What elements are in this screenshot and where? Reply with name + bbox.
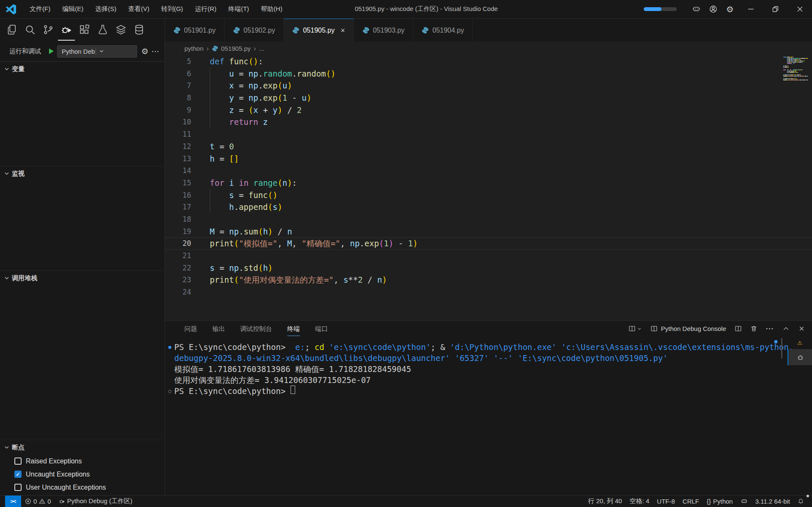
menu-item[interactable]: 帮助(H) [256, 3, 288, 15]
terminal-instance-item[interactable]: Python Debug Console [650, 325, 726, 332]
terminal-scrollbar[interactable] [781, 338, 782, 358]
debug-start-button[interactable] [47, 47, 55, 55]
checkbox-checked[interactable]: ✓ [14, 471, 22, 478]
code-line[interactable]: 19M = np.sum(h) / n [165, 226, 812, 238]
language-mode[interactable]: {} Python [703, 496, 737, 507]
section-header-watch[interactable]: 监视 [0, 166, 165, 181]
line-number: 11 [165, 128, 191, 141]
close-panel-icon[interactable] [798, 325, 805, 332]
code-line[interactable]: 23print("使用对偶变量法的方差=", s**2 / n) [165, 274, 812, 286]
debug-session-indicator[interactable]: Python Debug (工作区) [55, 496, 136, 507]
split-terminal-icon[interactable] [735, 325, 742, 332]
debug-config-dropdown[interactable]: Python Deb [57, 45, 137, 58]
code-editor[interactable]: 5def func():6 u = np.random.random()7 x … [165, 55, 812, 320]
extensions-icon[interactable] [76, 19, 93, 41]
menu-item[interactable]: 查看(V) [123, 3, 154, 15]
minimize-button[interactable] [738, 0, 763, 19]
code-line[interactable]: 17 h.append(s) [165, 201, 812, 213]
code-line[interactable]: 16 s = func() [165, 189, 812, 201]
remote-indicator[interactable]: >< [5, 496, 21, 507]
panel-tab-调试控制台[interactable]: 调试控制台 [240, 322, 272, 336]
settings-gear-icon[interactable]: ⚙ [721, 0, 738, 19]
breadcrumb-more[interactable]: ... [259, 45, 264, 52]
code-line[interactable]: 22s = np.std(h) [165, 262, 812, 274]
menu-item[interactable]: 文件(F) [25, 3, 55, 15]
tab-051902.py[interactable]: 051902.py [225, 19, 284, 41]
encoding[interactable]: UTF-8 [653, 496, 679, 507]
python-interpreter[interactable]: 3.11.2 64-bit [752, 496, 794, 507]
code-line[interactable]: 12t = 0 [165, 141, 812, 153]
checkbox-unchecked[interactable] [14, 457, 22, 465]
code-line[interactable]: 5def func(): [165, 55, 812, 68]
code-line[interactable]: 14 [165, 165, 812, 177]
code-line[interactable]: 6 u = np.random.random() [165, 68, 812, 80]
minimap[interactable] [783, 57, 808, 82]
panel-more-actions-icon[interactable]: ··· [766, 325, 774, 333]
debug-settings-gear-icon[interactable]: ⚙ [141, 47, 148, 56]
code-line[interactable]: 8 y = np.exp(1 - u) [165, 92, 812, 104]
code-line[interactable]: 9 z = (x + y) / 2 [165, 104, 812, 116]
sidebar: 运行和调试 Python Deb ⚙ ··· 变量 [0, 19, 165, 495]
section-header-call-stack[interactable]: 调用堆栈 [0, 271, 165, 285]
breadcrumb-folder[interactable]: python [184, 45, 203, 52]
restore-button[interactable] [763, 0, 787, 19]
panel-header: 问题输出调试控制台终端端口 Python Debug Console ··· [165, 321, 812, 336]
explorer-icon[interactable] [3, 19, 20, 41]
terminal[interactable]: ●PS E:\sync\code\python> e:; cd 'e:\sync… [165, 336, 812, 495]
search-icon[interactable] [22, 19, 38, 41]
indentation[interactable]: 空格: 4 [626, 496, 653, 507]
menu-item[interactable]: 选择(S) [90, 3, 121, 15]
terminal-launch-dropdown[interactable] [628, 325, 642, 332]
copilot-status-icon[interactable] [737, 496, 752, 507]
source-control-icon[interactable] [40, 19, 57, 41]
breakpoint-item[interactable]: User Uncaught Exceptions [0, 481, 165, 494]
more-actions-icon[interactable]: ··· [152, 48, 159, 55]
breakpoint-item[interactable]: ✓Uncaught Exceptions [0, 468, 165, 481]
copilot-icon[interactable] [688, 0, 705, 19]
breakpoint-label: User Uncaught Exceptions [26, 484, 106, 491]
breakpoint-item[interactable]: Raised Exceptions [0, 455, 165, 468]
terminal-warning-icon[interactable]: ⚠ [787, 337, 812, 347]
code-line[interactable]: 7 x = np.exp(u) [165, 80, 812, 92]
panel-tab-问题[interactable]: 问题 [184, 322, 197, 336]
panel-tab-输出[interactable]: 输出 [212, 322, 225, 336]
breadcrumb-file[interactable]: 051905.py [221, 45, 251, 52]
code-line[interactable]: 24 [165, 286, 812, 298]
testing-icon[interactable] [94, 19, 111, 41]
menu-item[interactable]: 运行(R) [190, 3, 222, 15]
close-tab-icon[interactable]: × [340, 27, 345, 34]
menu-item[interactable]: 转到(G) [156, 3, 188, 15]
database-icon[interactable] [131, 19, 148, 41]
checkbox-unchecked[interactable] [14, 484, 22, 491]
code-line[interactable]: 21 [165, 250, 812, 262]
code-line[interactable]: 11 [165, 128, 812, 141]
kill-terminal-trash-icon[interactable] [750, 325, 757, 332]
run-debug-icon[interactable] [58, 19, 75, 41]
warning-count: 0 [47, 498, 51, 505]
tab-051904.py[interactable]: 051904.py [413, 19, 473, 41]
problems-indicator[interactable]: 0 0 [21, 496, 55, 507]
section-header-variables[interactable]: 变量 [0, 62, 165, 76]
menu-item[interactable]: 终端(T) [223, 3, 254, 15]
tab-051903.py[interactable]: 051903.py [354, 19, 414, 41]
cursor-position[interactable]: 行 20, 列 40 [584, 496, 626, 507]
section-header-breakpoints[interactable]: 断点 [0, 440, 165, 455]
active-terminal-tab[interactable] [787, 349, 812, 365]
tab-051901.py[interactable]: 051901.py [165, 19, 225, 41]
code-line[interactable]: 10 return z [165, 116, 812, 128]
layers-icon[interactable] [112, 19, 129, 41]
notifications-bell-icon[interactable] [794, 496, 808, 507]
code-line[interactable]: 18 [165, 213, 812, 226]
maximize-panel-icon[interactable] [782, 325, 790, 332]
account-icon[interactable] [705, 0, 721, 19]
close-window-button[interactable] [787, 0, 812, 19]
panel-tab-端口[interactable]: 端口 [315, 322, 328, 336]
menu-item[interactable]: 编辑(E) [57, 3, 88, 15]
panel-tab-终端[interactable]: 终端 [287, 322, 300, 336]
code-text: u = np.random.random() [191, 68, 812, 80]
code-line[interactable]: 13h = [] [165, 153, 812, 165]
code-line[interactable]: 20print("模拟值=", M, "精确值=", np.exp(1) - 1… [165, 237, 812, 250]
tab-051905.py[interactable]: 051905.py× [284, 19, 354, 41]
eol-sequence[interactable]: CRLF [679, 496, 703, 507]
code-line[interactable]: 15for i in range(n): [165, 177, 812, 189]
